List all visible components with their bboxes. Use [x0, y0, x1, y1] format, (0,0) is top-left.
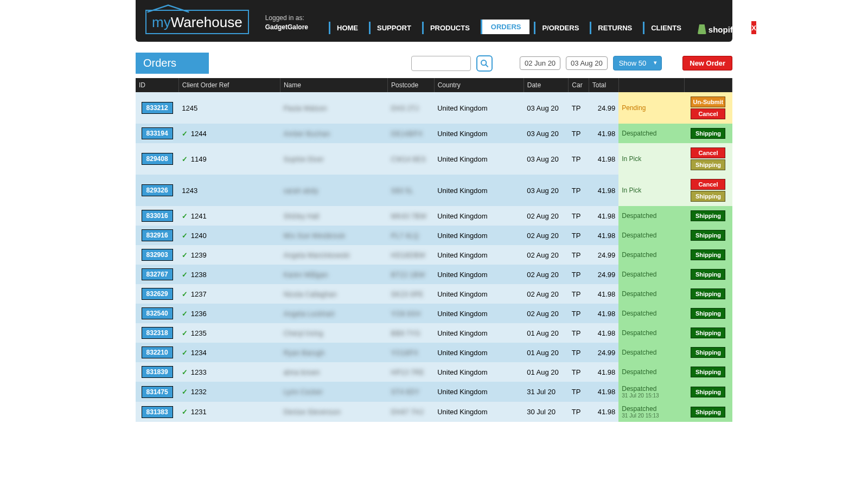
- postcode: YO8 8XH: [391, 310, 421, 318]
- shipping-button[interactable]: Shipping: [691, 308, 725, 319]
- search-input[interactable]: [411, 56, 471, 71]
- order-id-button[interactable]: 831839: [142, 366, 173, 378]
- date-from-input[interactable]: 02 Jun 20: [520, 56, 560, 70]
- svg-line-1: [486, 65, 488, 67]
- order-date: 02 Aug 20: [524, 245, 569, 265]
- shipping-button[interactable]: Shipping: [691, 191, 725, 202]
- postcode: DH3 2TJ: [391, 104, 419, 112]
- nav-products[interactable]: PRODUCTS: [422, 22, 476, 34]
- table-row: 833212 1245Paula WatsonDH3 2TJUnited Kin…: [136, 92, 732, 124]
- order-id-button[interactable]: 832210: [142, 346, 173, 358]
- order-id-button[interactable]: 832629: [142, 288, 173, 300]
- order-id-button[interactable]: 832903: [142, 249, 173, 261]
- cancel-button[interactable]: Cancel: [691, 147, 725, 158]
- order-id-button[interactable]: 831383: [142, 406, 173, 418]
- shipping-button[interactable]: Shipping: [691, 128, 725, 139]
- close-button[interactable]: X: [751, 21, 756, 34]
- shopify-link[interactable]: shopify: [698, 24, 737, 34]
- client-ref: 1244: [189, 130, 207, 138]
- page-title: Orders: [136, 53, 209, 74]
- date-to-input[interactable]: 03 Aug 20: [566, 56, 608, 70]
- order-id-button[interactable]: 832767: [142, 268, 173, 280]
- new-order-button[interactable]: New Order: [682, 56, 732, 70]
- column-header[interactable]: [684, 78, 732, 92]
- show-count-select[interactable]: Show 50: [613, 56, 662, 70]
- cancel-button[interactable]: Cancel: [691, 108, 725, 119]
- client-ref: 1241: [189, 212, 207, 220]
- toolbar: Orders 02 Jun 20 03 Aug 20 Show 50 New O…: [136, 53, 732, 74]
- nav-returns[interactable]: RETURNS: [590, 22, 639, 34]
- cancel-button[interactable]: Cancel: [691, 179, 725, 190]
- order-id-button[interactable]: 829326: [142, 184, 173, 196]
- customer-name: Angela Lockhart: [283, 310, 334, 318]
- customer-name: Paula Watson: [283, 104, 327, 112]
- nav-home[interactable]: HOME: [329, 22, 365, 34]
- status-cell: Despatched: [618, 284, 684, 304]
- order-date: 03 Aug 20: [524, 175, 569, 206]
- check-icon: ✓: [182, 251, 188, 259]
- shipping-button[interactable]: Shipping: [691, 249, 725, 260]
- order-id-button[interactable]: 833212: [142, 102, 173, 114]
- customer-name: alma brown: [283, 368, 320, 376]
- carrier: TP: [569, 143, 589, 175]
- shipping-button[interactable]: Shipping: [691, 210, 725, 221]
- shipping-button[interactable]: Shipping: [691, 407, 725, 418]
- nav-support[interactable]: SUPPORT: [369, 22, 418, 34]
- unsubmit-button[interactable]: Un-Submit: [691, 97, 725, 107]
- nav-clients[interactable]: CLIENTS: [643, 22, 688, 34]
- check-icon: ✓: [182, 388, 188, 396]
- country: United Kingdom: [434, 124, 524, 143]
- nav-porders[interactable]: P/ORDERS: [534, 22, 585, 34]
- column-header[interactable]: Date: [524, 78, 569, 92]
- column-header[interactable]: Postcode: [388, 78, 435, 92]
- shipping-button[interactable]: Shipping: [691, 288, 725, 299]
- shipping-button[interactable]: Shipping: [691, 367, 725, 377]
- order-id-button[interactable]: 833194: [142, 127, 173, 139]
- country: United Kingdom: [434, 284, 524, 304]
- client-ref: 1240: [189, 232, 207, 240]
- nav-orders[interactable]: ORDERS: [481, 20, 530, 34]
- column-header[interactable]: Car: [569, 78, 589, 92]
- table-row: 833194✓ 1244Amber BuchanDE14BPXUnited Ki…: [136, 124, 732, 143]
- order-id-button[interactable]: 832540: [142, 307, 173, 319]
- country: United Kingdom: [434, 245, 524, 265]
- search-button[interactable]: [476, 55, 493, 72]
- actions-cell: Shipping: [684, 343, 732, 362]
- order-id-button[interactable]: 832318: [142, 327, 173, 339]
- order-date: 01 Aug 20: [524, 323, 569, 343]
- shipping-button[interactable]: Shipping: [691, 328, 725, 338]
- column-header[interactable]: Name: [280, 78, 387, 92]
- postcode: SK23 0PE: [391, 290, 424, 298]
- status-cell: Despatched: [618, 323, 684, 343]
- client-ref: 1235: [189, 329, 207, 337]
- order-total: 41.98: [589, 284, 618, 304]
- actions-cell: Shipping: [684, 402, 732, 422]
- table-row: 832318✓ 1235Cheryl IrvingBB8 7YGUnited K…: [136, 323, 732, 343]
- column-header[interactable]: Country: [434, 78, 524, 92]
- shipping-button[interactable]: Shipping: [691, 387, 725, 397]
- check-icon: ✓: [182, 130, 188, 138]
- customer-name: Denise Stevenson: [283, 408, 341, 416]
- shipping-button[interactable]: Shipping: [691, 159, 725, 170]
- column-header[interactable]: Client Order Ref: [178, 78, 280, 92]
- customer-name: Sophie Diver: [283, 155, 323, 163]
- actions-cell: Shipping: [684, 382, 732, 402]
- search-icon: [480, 59, 489, 68]
- column-header[interactable]: [618, 78, 684, 92]
- country: United Kingdom: [434, 343, 524, 362]
- carrier: TP: [569, 92, 589, 124]
- shipping-button[interactable]: Shipping: [691, 269, 725, 280]
- order-id-button[interactable]: 832916: [142, 229, 173, 241]
- order-date: 01 Aug 20: [524, 343, 569, 362]
- actions-cell: Un-SubmitCancel: [684, 92, 732, 124]
- order-id-button[interactable]: 833016: [142, 210, 173, 222]
- customer-name: Ryan Barugh: [283, 349, 324, 357]
- shipping-button[interactable]: Shipping: [691, 230, 725, 241]
- status-cell: Pending: [618, 92, 684, 124]
- order-id-button[interactable]: 829408: [142, 153, 173, 165]
- column-header[interactable]: ID: [136, 78, 178, 92]
- column-header[interactable]: Total: [589, 78, 618, 92]
- logo[interactable]: myWarehouse: [145, 10, 249, 34]
- shipping-button[interactable]: Shipping: [691, 347, 725, 358]
- order-id-button[interactable]: 831475: [142, 386, 173, 398]
